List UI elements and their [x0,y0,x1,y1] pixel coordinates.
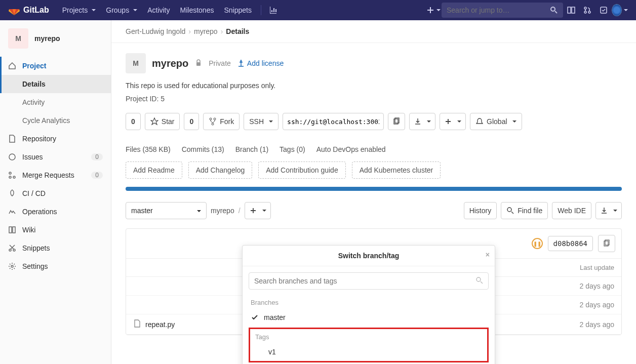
findfile-button[interactable]: Find file [501,202,548,219]
branch-search-input[interactable] [249,272,489,290]
sidebar-item-operations[interactable]: Operations [0,203,111,221]
sidebar-item-repository[interactable]: Repository [0,130,111,148]
tag-item-v1[interactable]: v1 [253,344,484,360]
stat-branch[interactable]: Branch (1) [235,145,268,153]
branch-selector-label: master [131,207,153,215]
copy-url-button[interactable] [388,113,405,130]
sidebar-item-snippets[interactable]: Snippets [0,239,111,257]
global-search[interactable] [442,3,563,18]
suggestion-row: Add Readme Add Changelog Add Contributio… [126,161,622,179]
project-avatar: M [8,28,28,49]
branch-item-master[interactable]: master [249,309,489,326]
gitlab-logo-icon [8,4,20,16]
svg-point-10 [13,176,15,178]
doc-icon [8,135,16,143]
page-title: myrepo [152,58,188,69]
nav-projects[interactable]: Projects [57,2,101,18]
pipeline-status-icon[interactable]: ❚❚ [532,238,543,249]
todos-icon[interactable] [595,6,612,14]
close-icon[interactable]: × [486,251,490,259]
file-date: 2 days ago [553,320,614,329]
nav-milestones[interactable]: Milestones [175,2,219,18]
ssh-dropdown[interactable]: SSH [244,113,279,130]
visibility-label: Private [209,59,231,67]
top-navbar: GitLab Projects Groups Activity Mileston… [0,0,636,20]
svg-point-13 [11,265,13,267]
copy-sha-button[interactable] [598,235,615,252]
plus-dropdown[interactable] [440,113,466,130]
operations-icon [8,208,16,216]
lock-icon [194,59,203,68]
sidebar-sub-activity[interactable]: Activity [0,93,111,111]
license-icon [237,59,245,67]
autodevops-bar [126,187,622,191]
sidebar-item-settings[interactable]: Settings [0,257,111,275]
sidebar-item-label: Repository [22,135,56,143]
sidebar-sub-cycle[interactable]: Cycle Analytics [0,111,111,130]
sidebar-item-mr[interactable]: Merge Requests 0 [0,166,111,184]
download-dropdown2[interactable] [595,202,622,219]
tags-header: Tags [255,333,482,341]
path-crumb[interactable]: myrepo [211,207,234,215]
gear-icon [8,262,16,270]
branch-selector[interactable]: master [126,202,207,219]
fork-icon [209,117,217,126]
clone-url-input[interactable] [283,113,384,130]
crumb-owner[interactable]: Gert-Ludwig Ingold [126,27,185,35]
fork-count[interactable]: 0 [184,113,199,130]
mr-icon[interactable] [579,6,595,14]
star-label: Star [162,117,175,126]
brand[interactable]: GitLab [8,4,49,16]
stat-autodevops[interactable]: Auto DevOps enabled [316,145,386,153]
star-button[interactable]: Star [145,113,180,130]
fork-button[interactable]: Fork [203,113,240,130]
sidebar-item-cicd[interactable]: CI / CD [0,184,111,203]
notification-button[interactable]: Global [470,113,522,130]
plus-icon [249,207,257,215]
sidebar-item-project[interactable]: Project [0,57,111,75]
user-menu[interactable] [612,4,628,16]
svg-point-15 [210,118,212,120]
nav-activity[interactable]: Activity [142,2,175,18]
nav-snippets[interactable]: Snippets [219,2,256,18]
add-readme-button[interactable]: Add Readme [126,161,182,179]
issues-icon[interactable] [563,6,579,14]
sidebar-item-wiki[interactable]: Wiki [0,221,111,239]
add-kube-button[interactable]: Add Kubernetes cluster [352,161,441,179]
history-button[interactable]: History [464,202,497,219]
svg-rect-14 [196,62,201,66]
stat-tags[interactable]: Tags (0) [280,145,305,153]
add-license-link[interactable]: Add license [237,59,284,67]
plus-icon [444,117,452,126]
add-changelog-button[interactable]: Add Changelog [188,161,253,179]
home-icon [8,62,16,70]
issues-count-badge: 0 [91,153,103,160]
star-count[interactable]: 0 [126,113,141,130]
crumb-repo[interactable]: myrepo [194,27,218,35]
sidebar-sub-details[interactable]: Details [0,75,111,93]
brand-text: GitLab [23,6,49,15]
project-id: Project ID: 5 [126,95,622,103]
svg-point-0 [551,7,555,11]
commit-sha[interactable]: d08b0864 [548,236,593,251]
new-file-dropdown[interactable] [245,202,271,219]
download-dropdown[interactable] [409,113,435,130]
mr-side-icon [8,171,16,179]
search-icon [475,276,484,286]
sidebar-item-issues[interactable]: Issues 0 [0,148,111,166]
chart-icon[interactable] [265,6,282,14]
sidebar-item-label: Operations [22,208,57,216]
sidebar-project-name: myrepo [34,34,60,43]
search-input[interactable] [447,6,550,14]
stat-commits[interactable]: Commits (13) [182,145,224,153]
add-contrib-button[interactable]: Add Contribution guide [258,161,345,179]
sidebar-project-header[interactable]: M myrepo [0,20,111,57]
stat-files[interactable]: Files (358 KB) [126,145,171,153]
plus-menu[interactable] [425,6,442,14]
webide-button[interactable]: Web IDE [552,202,591,219]
add-license-text: Add license [247,59,284,67]
project-stats: Files (358 KB) Commits (13) Branch (1) T… [126,145,622,153]
svg-point-12 [13,249,15,251]
copy-icon [603,239,611,248]
nav-groups[interactable]: Groups [101,2,142,18]
